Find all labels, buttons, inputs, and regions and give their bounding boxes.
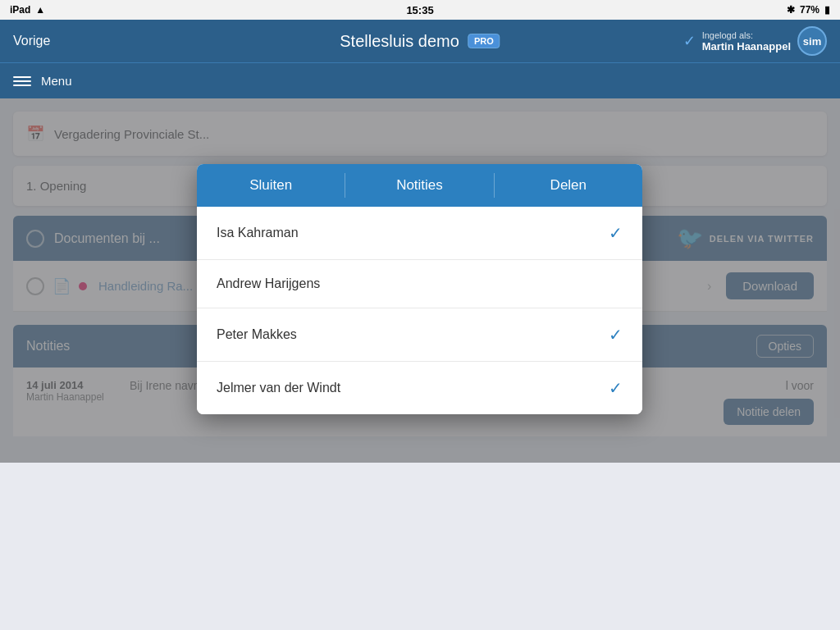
modal-person-item[interactable]: Andrew Harijgens [197,260,642,308]
nav-bar: Vorige Stellesluis demo PRO ✓ Ingelogd a… [0,20,840,62]
user-name: Martin Haanappel [702,40,791,52]
modal-body: Isa Kahraman ✓ Andrew Harijgens Peter Ma… [197,207,642,414]
status-bar-time: 15:35 [406,4,433,16]
menu-bar: Menu [0,62,840,98]
person-check-0: ✓ [609,223,623,243]
status-bar: iPad ▲ 15:35 ✱ 77% ▮ [0,0,840,20]
status-bar-right: ✱ 77% ▮ [787,4,830,16]
battery-percent: 77% [800,4,819,16]
modal-notities-tab[interactable]: Notities [345,164,493,207]
avatar: sim [797,26,827,56]
hamburger-icon[interactable] [13,76,31,86]
background-content: 📅 Vergadering Provinciale St... 1. Openi… [0,98,840,463]
status-bar-left: iPad ▲ [10,4,45,16]
nav-title: Stellesluis demo [340,32,459,51]
pro-badge: PRO [468,34,500,48]
modal-close-button[interactable]: Sluiten [197,164,345,207]
bluetooth-icon: ✱ [787,4,795,16]
wifi-icon: ▲ [35,4,45,16]
person-name-0: Isa Kahraman [217,226,299,240]
user-info: Ingelogd als: Martin Haanappel [702,30,791,52]
modal-delen-tab[interactable]: Delen [495,164,642,207]
battery-icon: ▮ [824,4,830,16]
person-name-1: Andrew Harijgens [217,276,320,291]
modal-person-item[interactable]: Jelmer van der Windt ✓ [197,362,642,414]
user-line1: Ingelogd als: [702,30,791,40]
person-check-2: ✓ [609,325,623,345]
nav-title-area: Stellesluis demo PRO [340,32,500,51]
modal-header: Sluiten Notities Delen [197,164,642,207]
person-check-3: ✓ [609,378,623,398]
nav-user: ✓ Ingelogd als: Martin Haanappel sim [683,26,827,56]
modal-person-item[interactable]: Peter Makkes ✓ [197,308,642,362]
check-icon: ✓ [683,32,696,50]
person-name-3: Jelmer van der Windt [217,381,340,395]
menu-label: Menu [41,74,72,88]
person-name-2: Peter Makkes [217,327,297,342]
share-modal: Sluiten Notities Delen Isa Kahraman ✓ An… [197,164,642,414]
ipad-label: iPad [10,4,30,16]
back-button[interactable]: Vorige [13,34,50,48]
modal-person-item[interactable]: Isa Kahraman ✓ [197,207,642,260]
